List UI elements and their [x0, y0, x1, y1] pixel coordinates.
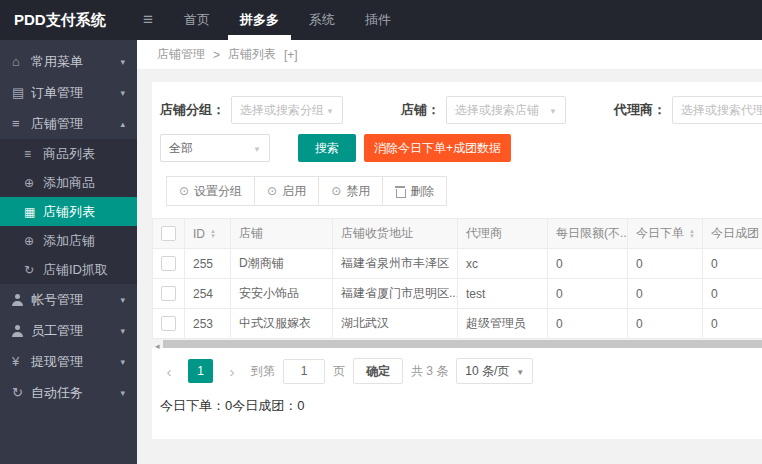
trash-icon: [395, 186, 405, 197]
top-nav: 首页 拼多多 系统 插件: [169, 0, 406, 40]
column-header-orders[interactable]: 今日下单: [628, 219, 703, 249]
sidebar-item-label: 商品列表: [43, 145, 127, 163]
auto-task-icon: ↻: [12, 385, 31, 400]
app-window: PDD支付系统 ≡ 首页 拼多多 系统 插件 ⌂ 常用菜单 ▾ ▤ 订单管理 ▾…: [0, 0, 762, 464]
shop-select[interactable]: 选择或搜索店铺: [446, 96, 566, 124]
chevron-down-icon: ▾: [120, 326, 125, 336]
cell-groups: 0: [703, 309, 762, 339]
horizontal-scrollbar: [152, 339, 762, 348]
column-header-agent: 代理商: [458, 219, 548, 249]
column-header-id[interactable]: ID: [185, 219, 231, 249]
cell-groups: 0: [703, 279, 762, 309]
app-logo: PDD支付系统: [0, 11, 137, 30]
add-product-icon: ⊕: [24, 176, 43, 190]
sidebar-item-label: 常用菜单: [31, 53, 120, 71]
sidebar-item-label: 店铺列表: [43, 203, 127, 221]
topbar: PDD支付系统 ≡ 首页 拼多多 系统 插件: [0, 0, 762, 40]
shop-list-panel: 店铺分组： 选择或搜索分组 店铺： 选择或搜索店铺 代理商： 选择或搜索代理: [152, 82, 762, 439]
chevron-up-icon: ▴: [120, 119, 125, 129]
column-header-shop: 店铺: [231, 219, 333, 249]
sidebar-item-shop-id-fetch[interactable]: ↻ 店铺ID抓取: [0, 255, 137, 284]
goto-confirm-button[interactable]: 确定: [353, 358, 403, 384]
sidebar-item-add-product[interactable]: ⊕ 添加商品: [0, 168, 137, 197]
sidebar-item-label: 添加店铺: [43, 232, 127, 250]
cell-groups: 0: [703, 249, 762, 279]
shop-group-select[interactable]: 选择或搜索分组: [231, 96, 343, 124]
sort-icon[interactable]: [210, 229, 216, 239]
breadcrumb-parent[interactable]: 店铺管理: [157, 46, 205, 63]
chevron-down-icon: [516, 364, 524, 378]
sidebar-item-common-menu[interactable]: ⌂ 常用菜单 ▾: [0, 46, 137, 77]
status-select[interactable]: 全部: [160, 134, 270, 162]
orders-total-text: 今日下单：0: [160, 398, 232, 413]
enable-button[interactable]: ⊙ 启用: [254, 176, 319, 206]
column-header-groups[interactable]: 今日成团: [703, 219, 762, 249]
clear-today-data-button[interactable]: 消除今日下单+成团数据: [364, 134, 511, 162]
cell-id: 255: [185, 249, 231, 279]
disable-button[interactable]: ⊙ 禁用: [318, 176, 383, 206]
sort-icon[interactable]: [689, 229, 695, 239]
row-checkbox[interactable]: [161, 256, 176, 271]
goto-page-label: 到第: [251, 363, 275, 380]
goto-page-input[interactable]: [283, 359, 325, 384]
set-group-icon: ⊙: [179, 184, 189, 198]
nav-item-home[interactable]: 首页: [169, 0, 225, 40]
nav-item-pinduoduo[interactable]: 拼多多: [225, 0, 294, 40]
search-button[interactable]: 搜索: [298, 134, 356, 162]
add-tab-button[interactable]: [+]: [284, 48, 298, 62]
column-header-limit: 每日限额(不...: [548, 219, 628, 249]
sidebar-item-account-manage[interactable]: 帐号管理 ▾: [0, 284, 137, 315]
sidebar-submenu-shop-manage: ≡ 商品列表 ⊕ 添加商品 ▦ 店铺列表 ⊕ 添加店铺 ↻ 店铺ID抓取: [0, 139, 137, 284]
per-page-select[interactable]: 10 条/页: [456, 358, 533, 384]
row-checkbox[interactable]: [161, 286, 176, 301]
status-select-value: 全部: [169, 140, 193, 157]
sidebar-item-add-shop[interactable]: ⊕ 添加店铺: [0, 226, 137, 255]
cell-orders: 0: [628, 249, 703, 279]
home-icon: ⌂: [12, 54, 31, 69]
nav-item-system[interactable]: 系统: [294, 0, 350, 40]
sidebar-item-staff-manage[interactable]: 员工管理 ▾: [0, 315, 137, 346]
sidebar-item-shop-list[interactable]: ▦ 店铺列表: [0, 197, 137, 226]
button-label: 启用: [282, 183, 306, 200]
sidebar-item-label: 店铺ID抓取: [43, 261, 127, 279]
nav-item-plugin[interactable]: 插件: [350, 0, 406, 40]
scroll-left-icon[interactable]: [152, 335, 163, 353]
set-group-button[interactable]: ⊙ 设置分组: [166, 176, 255, 206]
breadcrumb-current[interactable]: 店铺列表: [228, 46, 276, 63]
cell-address: 湖北武汉: [333, 309, 458, 339]
shop-manage-icon: ≡: [12, 116, 31, 131]
sidebar-item-order-manage[interactable]: ▤ 订单管理 ▾: [0, 77, 137, 108]
sidebar-item-product-list[interactable]: ≡ 商品列表: [0, 139, 137, 168]
filter-action-row: 全部 搜索 消除今日下单+成团数据: [160, 134, 762, 162]
cell-agent: test: [458, 279, 548, 309]
sidebar: ⌂ 常用菜单 ▾ ▤ 订单管理 ▾ ≡ 店铺管理 ▴ ≡ 商品列表 ⊕: [0, 40, 137, 464]
chevron-down-icon: [549, 103, 557, 117]
collapse-menu-icon[interactable]: ≡: [143, 10, 153, 30]
agent-select[interactable]: 选择或搜索代理: [672, 96, 762, 124]
cell-id: 254: [185, 279, 231, 309]
row-checkbox[interactable]: [161, 316, 176, 331]
sidebar-item-shop-manage[interactable]: ≡ 店铺管理 ▴: [0, 108, 137, 139]
chevron-down-icon: ▾: [120, 388, 125, 398]
main-area: 店铺管理 > 店铺列表 [+] 店铺分组： 选择或搜索分组 店铺：: [137, 40, 762, 464]
column-header-address: 店铺收货地址: [333, 219, 458, 249]
table-toolbar: ⊙ 设置分组 ⊙ 启用 ⊙ 禁用 删除: [166, 176, 762, 206]
table-header-row: ID 店铺 店铺收货地址 代理商 每日限额(不... 今日下单 今日成团: [153, 219, 762, 249]
totals-summary: 今日下单：0今日成团：0: [160, 397, 762, 415]
prev-page-button[interactable]: ‹: [158, 359, 180, 383]
staff-icon: [12, 325, 24, 337]
sidebar-item-label: 员工管理: [31, 322, 120, 340]
table-row: 255 D潮商铺 福建省泉州市丰泽区 xc 0 0 0: [153, 249, 762, 279]
chevron-down-icon: [253, 141, 261, 155]
next-page-button[interactable]: ›: [221, 359, 243, 383]
scrollbar-thumb[interactable]: [163, 340, 762, 348]
page-number-active[interactable]: 1: [188, 359, 213, 383]
withdraw-icon: ¥: [12, 354, 31, 369]
cell-orders: 0: [628, 309, 703, 339]
page-unit-label: 页: [333, 363, 345, 380]
sidebar-item-label: 店铺管理: [31, 115, 120, 133]
sidebar-item-auto-task[interactable]: ↻ 自动任务 ▾: [0, 377, 137, 408]
select-all-checkbox[interactable]: [161, 226, 176, 241]
delete-button[interactable]: 删除: [382, 176, 447, 206]
sidebar-item-withdraw-manage[interactable]: ¥ 提现管理 ▾: [0, 346, 137, 377]
